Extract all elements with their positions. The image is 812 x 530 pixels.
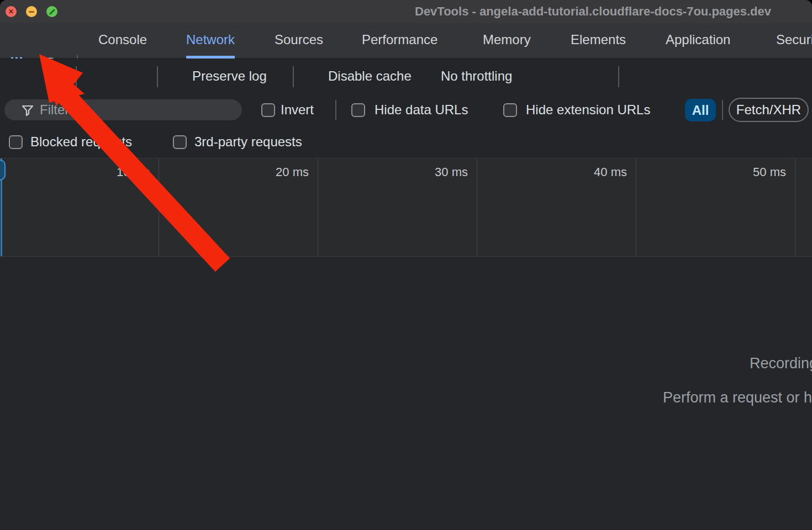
hide-extension-urls-label[interactable]: Hide extension URLs	[526, 94, 650, 126]
hide-data-urls-label[interactable]: Hide data URLs	[375, 94, 468, 126]
filter-type-fetch-xhr[interactable]: Fetch/XHR	[729, 98, 809, 122]
toolbar-separator	[76, 66, 77, 87]
tab-application[interactable]: Application	[666, 23, 730, 59]
empty-state-hint: Perform a request or hit ⌘R to record th…	[663, 389, 812, 406]
network-toolbar: Preserve log Disable cache No throttling	[0, 59, 812, 94]
filter-separator	[722, 100, 723, 120]
filter-row: Filter Invert Hide data URLs Hide extens…	[0, 94, 812, 126]
filter-input[interactable]: Filter	[4, 99, 242, 120]
tab-memory[interactable]: Memory	[483, 23, 531, 59]
preserve-log-label[interactable]: Preserve log	[192, 59, 267, 94]
third-party-requests-checkbox[interactable]	[173, 135, 187, 149]
close-button[interactable]: ✕	[6, 6, 17, 17]
timeline-tick-label: 10 ms	[0, 165, 150, 179]
request-filter-row: Blocked requests 3rd-party requests	[0, 126, 812, 158]
zoom-window-button[interactable]	[46, 6, 57, 17]
tab-performance[interactable]: Performance	[362, 23, 437, 59]
throttling-value: No throttling	[441, 59, 512, 94]
hide-extension-urls-checkbox[interactable]	[503, 103, 517, 117]
timeline-tick-label: 20 ms	[159, 165, 309, 179]
devtools-window: ✕ DevTools - angela-add-tutorial.cloudfl…	[0, 0, 812, 530]
timeline-gridline	[795, 158, 795, 256]
invert-checkbox[interactable]	[261, 103, 275, 117]
close-icon: ✕	[8, 8, 14, 15]
toolbar-separator	[157, 66, 158, 87]
invert-label[interactable]: Invert	[281, 94, 314, 126]
funnel-outline-icon	[21, 104, 34, 117]
timeline-tick-label: 50 ms	[636, 165, 786, 179]
filter-type-all[interactable]: All	[685, 99, 716, 121]
waterfall-grid: 10 ms20 ms30 ms40 ms50 ms	[0, 158, 812, 257]
toolbar-separator	[618, 66, 619, 87]
window-title: DevTools - angela-add-tutorial.cloudflar…	[415, 0, 771, 23]
toolbar-separator	[293, 66, 294, 87]
title-bar: ✕ DevTools - angela-add-tutorial.cloudfl…	[0, 0, 812, 23]
timeline-tick-label: 40 ms	[477, 165, 627, 179]
blocked-requests-label[interactable]: Blocked requests	[30, 126, 132, 158]
minimize-button[interactable]	[26, 6, 37, 17]
blocked-requests-checkbox[interactable]	[9, 135, 23, 149]
tab-sources[interactable]: Sources	[275, 23, 323, 59]
hide-data-urls-checkbox[interactable]	[351, 103, 365, 117]
zoom-disabled-icon	[49, 8, 55, 14]
minimize-icon	[29, 11, 34, 13]
tab-security[interactable]: Security	[776, 23, 812, 59]
third-party-requests-label[interactable]: 3rd-party requests	[194, 126, 302, 158]
timeline-tick-label: 30 ms	[318, 165, 468, 179]
devtools-tabbar: ConsoleNetworkSourcesPerformanceMemoryEl…	[0, 23, 812, 59]
filter-separator	[335, 100, 336, 120]
empty-state-title: Recording network activity…	[750, 355, 812, 372]
filter-placeholder: Filter	[40, 99, 69, 120]
tab-network[interactable]: Network	[186, 23, 235, 59]
tab-console[interactable]: Console	[98, 23, 147, 59]
tab-elements[interactable]: Elements	[571, 23, 626, 59]
disable-cache-label[interactable]: Disable cache	[328, 59, 412, 94]
